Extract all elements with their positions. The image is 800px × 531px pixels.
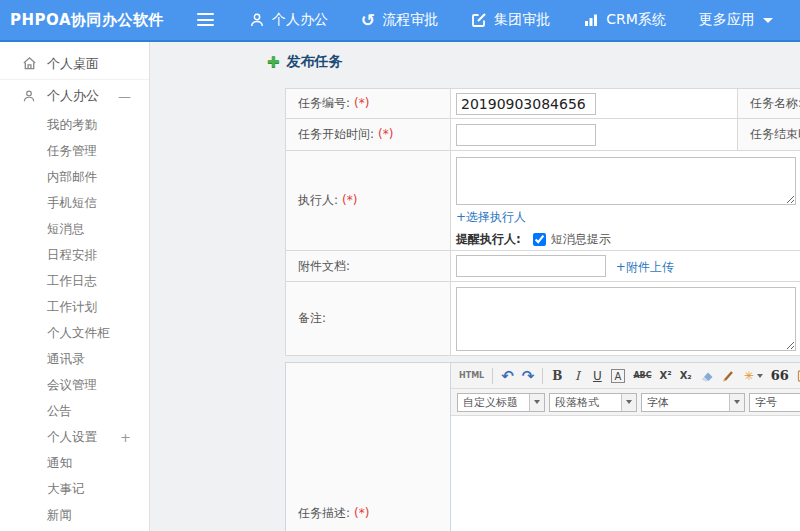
sidebar-item-my-attendance[interactable]: 我的考勤 [0,112,149,138]
font-size-select[interactable]: 字号 [749,393,800,412]
sidebar-item-announcement[interactable]: 公告 [0,398,149,424]
paste-text-icon[interactable]: T [794,366,800,386]
plus-icon: ✚ [267,53,280,71]
attachment-label: 附件文档: [298,259,350,273]
superscript-button[interactable]: X² [657,366,675,386]
sidebar-item-major-events[interactable]: 大事记 [0,476,149,502]
sidebar-item-news[interactable]: 新闻 [0,502,149,528]
user-icon [249,12,265,28]
italic-button[interactable]: I [568,366,586,386]
sidebar-item-work-plan[interactable]: 工作计划 [0,294,149,320]
sidebar-item-notice[interactable]: 通知 [0,450,149,476]
caret-down-icon [529,394,544,411]
expand-icon[interactable]: + [120,430,131,445]
brush-icon[interactable] [719,366,739,386]
nav-group-approval[interactable]: 集团审批 [471,11,550,29]
collapse-icon[interactable]: — [118,89,131,104]
sms-remind-checkbox[interactable] [533,233,546,246]
redo-button[interactable]: ↷ [519,366,538,386]
sidebar-item-personal-desktop[interactable]: 个人桌面 [0,48,149,80]
editor-toolbar-row2: 自定义标题 段落格式 字体 字号 [451,389,800,416]
paragraph-format-select[interactable]: 段落格式 [549,393,637,412]
remark-textarea[interactable] [456,287,796,351]
remind-executor-label: 提醒执行人: [456,231,521,248]
start-time-label: 任务开始时间: [298,127,374,141]
editor-content-area[interactable] [451,416,800,531]
app-logo[interactable]: PHPOA协同办公软件 [10,11,160,30]
caret-down-icon [757,374,763,378]
underline-button[interactable]: U [588,366,606,386]
nav-crm-system[interactable]: CRM系统 [583,11,666,29]
strikethrough-button[interactable]: ABC [630,366,654,386]
text-style-button[interactable]: A [611,369,625,383]
subscript-button[interactable]: X₂ [677,366,695,386]
table-row: 任务描述:(*) HTML ↶ ↷ B I U A ABC X² [286,363,800,531]
publish-task-form: 任务编号:(*) 任务名称:(*) 任务开始时间:(*) 任务结束时间:(*) … [285,88,800,531]
task-name-label: 任务名称: [750,96,800,110]
sidebar-item-personal-settings[interactable]: 个人设置 + [0,424,149,450]
task-desc-label: 任务描述: [298,506,350,520]
caret-down-icon [729,394,744,411]
required-mark: (*) [354,506,369,520]
undo-button[interactable]: ↶ [498,366,517,386]
task-no-input[interactable] [456,93,596,115]
nav-label: 流程审批 [382,11,438,29]
main-content: ✚ 发布任务 任务编号:(*) 任务名称:(*) 任务开始时间:(*) 任务结束… [151,42,800,531]
blockquote-button[interactable]: 66 [768,366,792,386]
attachment-upload-link[interactable]: +附件上传 [616,260,674,274]
sidebar-item-mobile-sms[interactable]: 手机短信 [0,190,149,216]
sidebar-item-meeting-management[interactable]: 会议管理 [0,372,149,398]
nav-more-apps[interactable]: 更多应用 [699,11,773,29]
table-row: 执行人:(*) +选择执行人 提醒执行人: 短消息提示 [286,151,800,251]
table-row: 任务开始时间:(*) 任务结束时间:(*) [286,119,800,151]
sidebar-item-contacts[interactable]: 通讯录 [0,346,149,372]
nav-personal-office[interactable]: 个人办公 [249,11,328,29]
executor-textarea[interactable] [456,157,796,205]
caret-down-icon [763,18,773,23]
choose-executor-link[interactable]: +选择执行人 [456,210,526,224]
nav-label: 个人办公 [272,11,328,29]
format-painter-button[interactable]: ✳ [741,366,766,386]
nav-process-approval[interactable]: ↺ 流程审批 [361,11,438,29]
page-title: ✚ 发布任务 [267,53,343,71]
sidebar-item-task-management[interactable]: 任务管理 [0,138,149,164]
sms-remind-label: 短消息提示 [551,231,611,248]
nav-label: CRM系统 [606,11,666,29]
html-source-button[interactable]: HTML [456,366,487,386]
top-navbar: PHPOA协同办公软件 个人办公 ↺ 流程审批 集团审批 CRM系统 [0,0,800,42]
font-family-select[interactable]: 字体 [641,393,745,412]
end-time-label: 任务结束时间: [750,127,800,141]
sidebar: 个人桌面 个人办公 — 我的考勤 任务管理 内部邮件 手机短信 短消息 日程安排… [0,42,150,531]
required-mark: (*) [342,193,357,207]
start-time-input[interactable] [456,124,596,146]
rich-text-editor: HTML ↶ ↷ B I U A ABC X² X₂ [451,363,800,531]
remark-label: 备注: [298,311,326,325]
task-no-label: 任务编号: [298,96,350,110]
custom-title-select[interactable]: 自定义标题 [457,393,545,412]
sidebar-item-internal-mail[interactable]: 内部邮件 [0,164,149,190]
table-row: 附件文档: +附件上传 [286,251,800,282]
bold-button[interactable]: B [548,366,566,386]
sidebar-item-work-log[interactable]: 工作日志 [0,268,149,294]
nav-label: 集团审批 [494,11,550,29]
wand-icon: ✳ [744,369,754,383]
editor-toolbar-row1: HTML ↶ ↷ B I U A ABC X² X₂ [451,363,800,389]
process-icon: ↺ [361,12,375,29]
sidebar-item-personal-office[interactable]: 个人办公 — [0,80,149,112]
task-description-table: 任务描述:(*) HTML ↶ ↷ B I U A ABC X² [285,362,800,531]
user-icon [22,89,38,103]
table-row: 备注: [286,282,800,356]
executor-label: 执行人: [298,193,338,207]
caret-down-icon [621,394,636,411]
attachment-input[interactable] [456,255,606,277]
sidebar-item-short-message[interactable]: 短消息 [0,216,149,242]
nav-label: 更多应用 [699,11,755,29]
edit-icon [471,12,487,28]
eraser-icon[interactable] [697,366,717,386]
required-mark: (*) [354,96,369,110]
task-form-table: 任务编号:(*) 任务名称:(*) 任务开始时间:(*) 任务结束时间:(*) … [285,88,800,356]
sidebar-item-schedule[interactable]: 日程安排 [0,242,149,268]
chart-icon [583,12,599,28]
sidebar-item-personal-files[interactable]: 个人文件柜 [0,320,149,346]
hamburger-menu-icon[interactable] [196,13,216,27]
